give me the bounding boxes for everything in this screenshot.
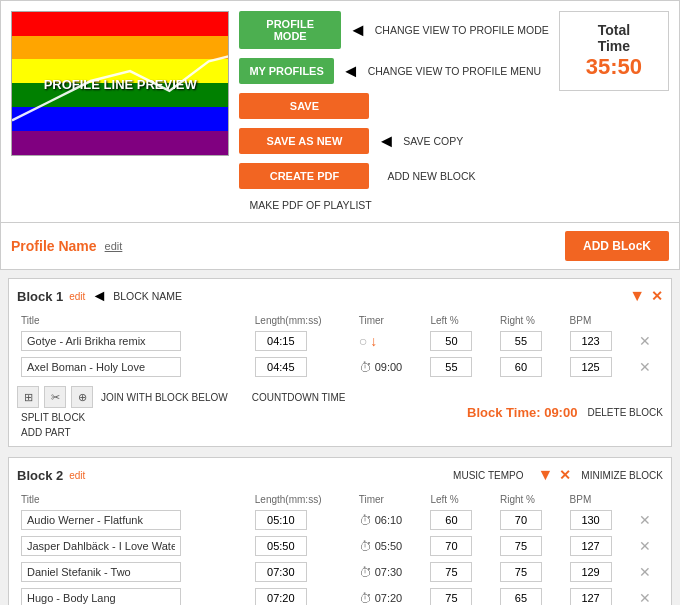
add-part-label: ADD PART xyxy=(21,427,345,438)
timer-clock-icon: ⏱ xyxy=(359,360,372,375)
my-profiles-button[interactable]: MY PROFILES xyxy=(239,58,333,84)
block-1-table: Title Length(mm:ss) Timer Left % Right %… xyxy=(17,313,663,380)
right-pct-input[interactable] xyxy=(500,588,542,605)
annot-block-name: BLOCK NAME xyxy=(113,290,182,302)
track-delete-icon[interactable]: ✕ xyxy=(639,359,651,375)
bpm-input[interactable] xyxy=(570,588,612,605)
block-2-header: Block 2 edit MUSIC TEMPO ▼ ✕ MINIMIZE BL… xyxy=(17,466,663,484)
col-length-2: Length(mm:ss) xyxy=(251,492,355,507)
annot-make-pdf: MAKE PDF OF PLAYLIST xyxy=(249,199,371,211)
track-delete-icon[interactable]: ✕ xyxy=(639,538,651,554)
col-title-2: Title xyxy=(17,492,251,507)
blocks-container: Block 1 edit ◄ BLOCK NAME ▼ ✕ Title Leng… xyxy=(0,270,680,605)
left-pct-input[interactable] xyxy=(430,562,472,582)
length-input[interactable] xyxy=(255,357,307,377)
left-pct-input[interactable] xyxy=(430,331,472,351)
block-2-delete-icon[interactable]: ✕ xyxy=(559,467,571,483)
bpm-input[interactable] xyxy=(570,331,612,351)
track-title-input[interactable] xyxy=(21,588,181,605)
split-add-labels: SPLIT BLOCK xyxy=(21,412,345,423)
profile-line-svg xyxy=(12,12,228,155)
total-time-value: 35:50 xyxy=(580,54,648,80)
timer-arrow-icon[interactable]: ↓ xyxy=(370,333,377,349)
track-delete-icon[interactable]: ✕ xyxy=(639,333,651,349)
length-input[interactable] xyxy=(255,588,307,605)
timer-value: 07:20 xyxy=(375,592,403,604)
col-length-1: Length(mm:ss) xyxy=(251,313,355,328)
block-time-label-1: Block Time: xyxy=(467,405,544,420)
block-1-time-area: Block Time: 09:00 DELETE BLOCK xyxy=(467,405,663,420)
profile-mode-button[interactable]: PROFILE MODE xyxy=(239,11,340,49)
annot-add-new-block: ADD NEW BLOCK xyxy=(387,170,475,182)
block-1-minimize-icon[interactable]: ▼ xyxy=(629,287,645,305)
bpm-input[interactable] xyxy=(570,536,612,556)
track-title-input[interactable] xyxy=(21,562,181,582)
timer-value: 05:50 xyxy=(375,540,403,552)
block-1-title: Block 1 edit ◄ BLOCK NAME xyxy=(17,287,182,305)
track-title-input[interactable] xyxy=(21,357,181,377)
bpm-input[interactable] xyxy=(570,562,612,582)
block-1-header: Block 1 edit ◄ BLOCK NAME ▼ ✕ xyxy=(17,287,663,305)
join-block-icon[interactable]: ⊞ xyxy=(17,386,39,408)
arrow-save-copy: ◄ xyxy=(377,131,395,152)
block-1-edit-link[interactable]: edit xyxy=(69,291,85,302)
add-part-icon[interactable]: ⊕ xyxy=(71,386,93,408)
track-delete-icon[interactable]: ✕ xyxy=(639,512,651,528)
block-2-edit-link[interactable]: edit xyxy=(69,470,85,481)
block-1-delete-icon[interactable]: ✕ xyxy=(651,288,663,304)
save-button[interactable]: SAVE xyxy=(239,93,369,119)
length-input[interactable] xyxy=(255,562,307,582)
annot-music-tempo: MUSIC TEMPO xyxy=(453,470,523,481)
table-row: ○ ↓ ✕ xyxy=(17,328,663,354)
left-pct-input[interactable] xyxy=(430,536,472,556)
timer-cell: ⏱05:50 xyxy=(359,539,423,554)
block-2-table: Title Length(mm:ss) Timer Left % Right %… xyxy=(17,492,663,605)
left-pct-input[interactable] xyxy=(430,357,472,377)
table-row: ⏱05:50 ✕ xyxy=(17,533,663,559)
length-input[interactable] xyxy=(255,510,307,530)
length-input[interactable] xyxy=(255,331,307,351)
length-input[interactable] xyxy=(255,536,307,556)
block-2-title: Block 2 edit xyxy=(17,468,85,483)
right-pct-input[interactable] xyxy=(500,331,542,351)
track-delete-icon[interactable]: ✕ xyxy=(639,590,651,605)
total-time-box: Total Time 35:50 xyxy=(559,11,669,91)
create-pdf-button[interactable]: CREATE PDF xyxy=(239,163,369,189)
table-row: ⏱ 09:00 ✕ xyxy=(17,354,663,380)
block-1-time: Block Time: 09:00 xyxy=(467,405,577,420)
bpm-input[interactable] xyxy=(570,357,612,377)
timer-value: 09:00 xyxy=(375,361,403,373)
track-title-input[interactable] xyxy=(21,536,181,556)
right-pct-input[interactable] xyxy=(500,510,542,530)
add-block-button[interactable]: ADD BLocK xyxy=(565,231,669,261)
annot-profile-mode: CHANGE VIEW TO PROFILE MODE xyxy=(375,24,549,36)
block-2-minimize-icon[interactable]: ▼ xyxy=(537,466,553,484)
save-as-new-button[interactable]: SAVE AS NEW xyxy=(239,128,369,154)
block-time-value-1: 09:00 xyxy=(544,405,577,420)
bpm-input[interactable] xyxy=(570,510,612,530)
track-title-input[interactable] xyxy=(21,331,181,351)
left-pct-input[interactable] xyxy=(430,588,472,605)
profile-name-left: Profile Name edit xyxy=(11,238,122,254)
profile-name-edit-link[interactable]: edit xyxy=(105,240,123,252)
footer-icons-row: ⊞ ✂ ⊕ JOIN WITH BLOCK BELOW COUNTDOWN TI… xyxy=(17,386,345,408)
col-left-1: Left % xyxy=(426,313,496,328)
timer-cell: ⏱07:30 xyxy=(359,565,423,580)
annot-add-part: ADD PART xyxy=(21,427,71,438)
timer-cell: ⏱07:20 xyxy=(359,591,423,606)
annot-delete-block: DELETE BLOCK xyxy=(587,407,663,418)
arrow-block-name: ◄ xyxy=(91,287,107,305)
footer-action-icons: ⊞ ✂ ⊕ xyxy=(17,386,93,408)
total-time-label: Total Time xyxy=(580,22,648,54)
left-pct-input[interactable] xyxy=(430,510,472,530)
track-delete-icon[interactable]: ✕ xyxy=(639,564,651,580)
block-1-controls-right: ▼ ✕ xyxy=(629,287,663,305)
right-pct-input[interactable] xyxy=(500,536,542,556)
split-block-icon[interactable]: ✂ xyxy=(44,386,66,408)
right-pct-input[interactable] xyxy=(500,562,542,582)
track-title-input[interactable] xyxy=(21,510,181,530)
top-buttons-area: PROFILE MODE ◄ CHANGE VIEW TO PROFILE MO… xyxy=(239,11,548,212)
right-pct-input[interactable] xyxy=(500,357,542,377)
col-left-2: Left % xyxy=(426,492,496,507)
annot-join: JOIN WITH BLOCK BELOW xyxy=(101,392,228,403)
